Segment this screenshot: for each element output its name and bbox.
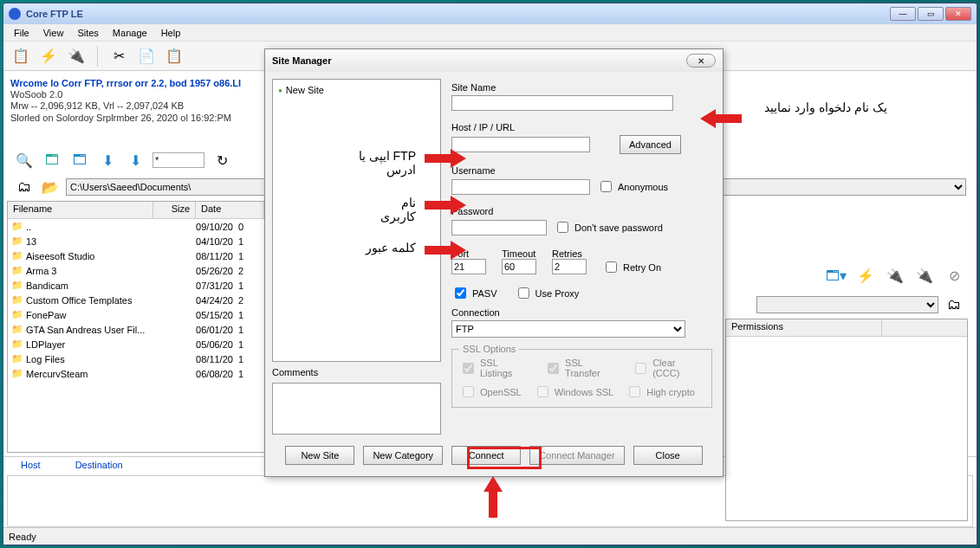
- ssl-listings-checkbox: [463, 363, 474, 374]
- copy-icon[interactable]: 📄: [136, 46, 157, 67]
- status-text: Ready: [9, 532, 36, 542]
- retries-input[interactable]: [552, 259, 587, 274]
- file-row[interactable]: Log Files08/11/20 1: [8, 351, 264, 366]
- timeout-label: Timeout: [502, 248, 536, 259]
- ssl-high-checkbox: [629, 386, 640, 397]
- host-label: Host / IP / URL: [451, 122, 712, 132]
- dont-save-password-checkbox[interactable]: [557, 222, 568, 233]
- ssl-clear-checkbox: [635, 363, 646, 374]
- site-name-label: Site Name: [451, 82, 712, 93]
- folder-icon: [11, 294, 23, 306]
- ssl-openssl-checkbox: [463, 386, 474, 397]
- file-row[interactable]: FonePaw05/15/20 1: [8, 307, 264, 322]
- maximize-button[interactable]: ▭: [918, 7, 944, 21]
- advanced-button[interactable]: Advanced: [620, 135, 681, 154]
- file-row[interactable]: Arma 305/26/20 2: [8, 263, 264, 278]
- connection-label: Connection: [451, 307, 712, 318]
- file-row[interactable]: Aiseesoft Studio08/11/20 1: [8, 248, 264, 263]
- minimize-button[interactable]: —: [890, 7, 916, 21]
- retries-label: Retries: [552, 248, 587, 259]
- close-button[interactable]: ✕: [945, 7, 971, 21]
- ssl-options-legend: SSL Options: [459, 344, 519, 354]
- port-input[interactable]: [451, 259, 486, 274]
- menu-sites[interactable]: Sites: [70, 26, 105, 40]
- search-icon[interactable]: 🔍: [14, 150, 35, 171]
- file-row[interactable]: ..09/10/20 0: [8, 219, 264, 234]
- site-manager-icon[interactable]: 📋: [10, 46, 31, 67]
- r-refresh-list-icon[interactable]: 🗔▾: [826, 265, 847, 286]
- ssl-transfer-checkbox: [548, 363, 559, 374]
- menu-help[interactable]: Help: [154, 26, 188, 40]
- menu-file[interactable]: File: [7, 26, 36, 40]
- host-input[interactable]: [451, 137, 590, 152]
- folder-icon: [11, 309, 23, 320]
- folder-icon: [11, 221, 23, 232]
- connection-select[interactable]: FTP: [451, 320, 685, 338]
- site-name-input[interactable]: [451, 95, 673, 111]
- dialog-close-icon[interactable]: ✕: [686, 54, 716, 68]
- password-input[interactable]: [451, 220, 547, 235]
- r-connect-icon[interactable]: 🔌: [885, 265, 905, 286]
- download-icon[interactable]: ⬇: [97, 150, 118, 171]
- download2-icon[interactable]: ⬇: [125, 150, 146, 171]
- refresh-icon[interactable]: ↻: [211, 150, 232, 171]
- paste-icon[interactable]: 📋: [164, 46, 185, 67]
- cut-icon[interactable]: ✂: [108, 46, 129, 67]
- connect-button[interactable]: Connect: [451, 446, 521, 465]
- menu-view[interactable]: View: [36, 26, 71, 40]
- anonymous-checkbox[interactable]: [600, 181, 612, 192]
- folder-icon: [11, 235, 23, 247]
- new-site-button[interactable]: New Site: [285, 446, 354, 465]
- col-filename[interactable]: Filename: [8, 202, 153, 218]
- refresh-list-icon[interactable]: 🗔: [42, 150, 62, 171]
- view-icon[interactable]: 🗔: [69, 150, 90, 171]
- ssl-winssl-checkbox: [537, 386, 548, 397]
- folder-icon: [11, 250, 23, 261]
- col-size[interactable]: Size: [153, 202, 196, 218]
- folder-icon: [11, 353, 23, 364]
- window-title: Core FTP LE: [26, 9, 890, 19]
- close-dialog-button[interactable]: Close: [633, 446, 703, 465]
- site-tree[interactable]: New Site: [272, 79, 441, 362]
- file-row[interactable]: Custom Office Templates04/24/20 2: [8, 293, 264, 307]
- password-label: Password: [451, 206, 712, 216]
- comments-input[interactable]: [272, 383, 441, 435]
- app-icon: [9, 8, 21, 20]
- use-proxy-checkbox[interactable]: [518, 287, 529, 299]
- remote-path-select[interactable]: [756, 296, 938, 313]
- new-category-button[interactable]: New Category: [363, 446, 443, 465]
- col-permissions[interactable]: Permissions: [726, 319, 882, 336]
- remote-file-list[interactable]: Permissions: [725, 319, 968, 521]
- r-remove-icon[interactable]: ⊘: [944, 265, 964, 286]
- r-quick-icon[interactable]: ⚡: [855, 265, 876, 286]
- tree-node-new-site: New Site: [278, 85, 435, 95]
- up-icon[interactable]: 📂: [40, 177, 61, 197]
- connect-manager-button: Connect Manager: [529, 446, 624, 465]
- local-file-list[interactable]: Filename Size Date ..09/10/20 01304/10/2…: [7, 201, 265, 453]
- timeout-input[interactable]: [502, 259, 536, 274]
- file-row[interactable]: Bandicam07/31/20 1: [8, 278, 264, 293]
- file-row[interactable]: GTA San Andreas User Fil...06/01/20 1: [8, 322, 264, 337]
- file-row[interactable]: MercurvSteam06/08/20 1: [8, 366, 264, 381]
- filter-input[interactable]: [153, 152, 204, 168]
- folder-icon: [11, 324, 23, 335]
- file-row[interactable]: LDPlayer05/06/20 1: [8, 337, 264, 351]
- username-label: Username: [451, 165, 712, 176]
- r-connect2-icon[interactable]: 🔌: [914, 265, 935, 286]
- menubar: File View Sites Manage Help: [3, 24, 977, 42]
- quick-connect-icon[interactable]: ⚡: [38, 46, 59, 67]
- dialog-title: Site Manager: [272, 55, 686, 66]
- menu-manage[interactable]: Manage: [106, 26, 154, 40]
- tab-destination[interactable]: Destination: [58, 457, 140, 475]
- r-tree-icon[interactable]: 🗂: [944, 294, 964, 315]
- tab-host[interactable]: Host: [3, 457, 58, 475]
- username-input[interactable]: [451, 179, 590, 195]
- tree-icon[interactable]: 🗂: [14, 177, 35, 197]
- reconnect-icon[interactable]: 🔌: [66, 46, 87, 67]
- pasv-checkbox[interactable]: [455, 287, 466, 299]
- col-date[interactable]: Date: [196, 202, 264, 218]
- file-row[interactable]: 1304/10/20 1: [8, 234, 264, 248]
- site-manager-dialog: Site Manager ✕ New Site Comments Site Na…: [264, 48, 724, 477]
- folder-icon: [11, 368, 23, 379]
- retry-on-checkbox[interactable]: [606, 261, 617, 273]
